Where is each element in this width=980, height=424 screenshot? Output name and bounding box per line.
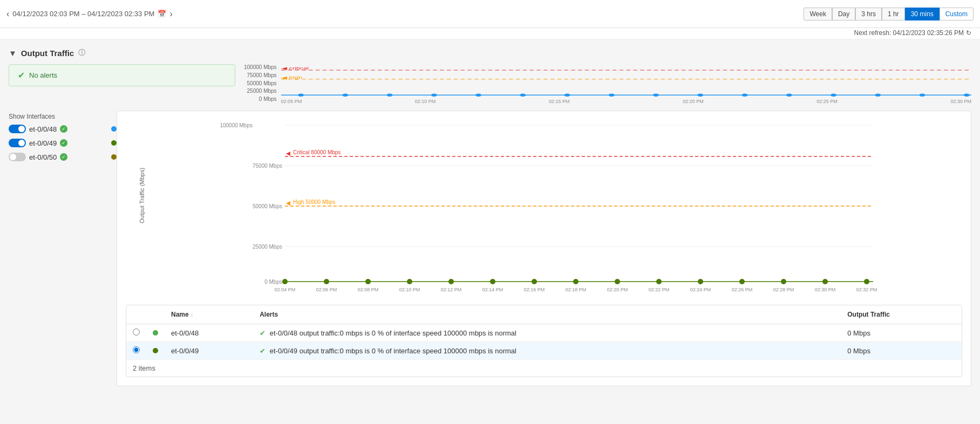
content-area: Show Interfaces et-0/0/48 ✓ et-0/0/49 ✓ … bbox=[9, 111, 971, 386]
alert-check-icon: ✔ bbox=[18, 70, 25, 80]
sort-icon[interactable]: ↕ bbox=[190, 312, 193, 318]
y-axis-label: Output Traffic (Mbps) bbox=[139, 191, 145, 223]
svg-point-7 bbox=[298, 93, 304, 97]
table-row: et-0/0/49 ✔ et-0/0/49 output traffic:0 m… bbox=[126, 342, 962, 360]
row1-traffic: 0 Mbps bbox=[841, 342, 962, 360]
svg-point-52 bbox=[781, 279, 786, 284]
mini-y2: 50000 Mbps bbox=[244, 80, 277, 86]
svg-point-12 bbox=[520, 93, 526, 97]
row1-radio[interactable] bbox=[133, 346, 140, 353]
left-panel: Show Interfaces et-0/0/48 ✓ et-0/0/49 ✓ … bbox=[9, 111, 117, 386]
svg-text:High 50000 Mbps: High 50000 Mbps bbox=[293, 199, 335, 205]
mini-y3: 25000 Mbps bbox=[244, 88, 277, 94]
mini-x4: 02:25 PM bbox=[816, 99, 838, 104]
help-icon[interactable]: ⓘ bbox=[78, 48, 85, 58]
3hr-button[interactable]: 3 hrs bbox=[855, 8, 882, 20]
svg-marker-34 bbox=[286, 152, 290, 156]
chart-panel: Output Traffic (Mbps) 100000 Mbps 75000 … bbox=[117, 111, 971, 386]
svg-text:02:12 PM: 02:12 PM bbox=[441, 287, 462, 292]
row0-alert-icon: ✔ bbox=[260, 329, 266, 337]
svg-text:02:16 PM: 02:16 PM bbox=[524, 287, 545, 292]
iface-name-1: et-0/0/49 bbox=[29, 139, 57, 147]
items-count: 2 items bbox=[126, 360, 962, 377]
svg-text:02:22 PM: 02:22 PM bbox=[649, 287, 670, 292]
mini-chart: 100000 Mbps 75000 Mbps 50000 Mbps 25000 … bbox=[244, 64, 971, 102]
table-row: et-0/0/48 ✔ et-0/0/48 output traffic:0 m… bbox=[126, 324, 962, 342]
svg-point-10 bbox=[431, 93, 437, 97]
iface-check-0: ✓ bbox=[60, 125, 67, 133]
svg-point-53 bbox=[822, 279, 828, 284]
svg-text:50000 Mbps: 50000 Mbps bbox=[253, 203, 282, 209]
week-button[interactable]: Week bbox=[804, 8, 832, 20]
iface-name-0: et-0/0/48 bbox=[29, 125, 57, 133]
svg-text:02:30 PM: 02:30 PM bbox=[815, 287, 836, 292]
row1-status-cell bbox=[146, 342, 165, 360]
section-title: Output Traffic bbox=[21, 49, 74, 58]
svg-point-47 bbox=[573, 279, 579, 284]
iface-name-2: et-0/0/50 bbox=[29, 153, 57, 161]
1hr-button[interactable]: 1 hr bbox=[882, 8, 905, 20]
row0-alert-text: et-0/0/48 output traffic:0 mbps is 0 % o… bbox=[270, 329, 516, 337]
svg-text:critical: critical bbox=[289, 66, 308, 70]
mini-x1: 02:10 PM bbox=[415, 99, 436, 104]
prev-date-button[interactable]: ‹ bbox=[6, 9, 9, 19]
mini-x5: 02:30 PM bbox=[950, 99, 971, 104]
refresh-label: Next refresh: 04/12/2023 02:35:26 PM bbox=[854, 29, 964, 37]
col-traffic: Output Traffic bbox=[841, 305, 962, 324]
toggle-et-0/0/50[interactable] bbox=[9, 153, 26, 161]
svg-text:02:08 PM: 02:08 PM bbox=[358, 287, 379, 292]
row0-traffic: 0 Mbps bbox=[841, 324, 962, 342]
svg-point-54 bbox=[864, 279, 869, 284]
col-alerts: Alerts bbox=[253, 305, 841, 324]
svg-point-43 bbox=[407, 279, 412, 284]
interface-item-2: et-0/0/50 ✓ bbox=[9, 153, 117, 161]
collapse-icon[interactable]: ▼ bbox=[9, 49, 17, 58]
mini-y0: 100000 Mbps bbox=[244, 64, 277, 70]
refresh-icon[interactable]: ↻ bbox=[966, 29, 971, 37]
col-name: Name ↕ bbox=[165, 305, 253, 324]
iface-dot-2 bbox=[111, 154, 117, 160]
svg-text:02:24 PM: 02:24 PM bbox=[690, 287, 711, 292]
calendar-icon[interactable]: 📅 bbox=[158, 10, 166, 18]
row1-radio-cell[interactable] bbox=[126, 342, 146, 360]
svg-point-21 bbox=[919, 93, 925, 97]
svg-text:02:20 PM: 02:20 PM bbox=[607, 287, 628, 292]
mini-x0: 02:05 PM bbox=[281, 99, 302, 104]
mini-chart-y-labels: 100000 Mbps 75000 Mbps 50000 Mbps 25000 … bbox=[244, 64, 279, 102]
svg-point-9 bbox=[386, 93, 392, 97]
svg-point-41 bbox=[324, 279, 329, 284]
traffic-table: Name ↕ Alerts Output Traffic bbox=[126, 305, 962, 360]
day-button[interactable]: Day bbox=[832, 8, 855, 20]
svg-point-48 bbox=[615, 279, 620, 284]
svg-text:02:32 PM: 02:32 PM bbox=[856, 287, 877, 292]
svg-marker-37 bbox=[286, 201, 290, 206]
svg-text:0 Mbps: 0 Mbps bbox=[264, 279, 282, 285]
col-name-label: Name bbox=[171, 311, 189, 318]
svg-point-13 bbox=[564, 93, 570, 97]
30min-button[interactable]: 30 mins bbox=[905, 8, 940, 20]
row0-radio-cell[interactable] bbox=[126, 324, 146, 342]
custom-button[interactable]: Custom bbox=[940, 8, 974, 20]
svg-point-20 bbox=[875, 93, 881, 97]
iface-check-1: ✓ bbox=[60, 139, 67, 147]
svg-point-19 bbox=[831, 93, 836, 97]
refresh-row: Next refresh: 04/12/2023 02:35:26 PM ↻ bbox=[0, 28, 980, 39]
toggle-et-0/0/49[interactable] bbox=[9, 139, 26, 147]
svg-point-17 bbox=[741, 93, 747, 97]
svg-point-42 bbox=[365, 279, 371, 284]
alert-text: No alerts bbox=[29, 71, 57, 79]
svg-text:02:04 PM: 02:04 PM bbox=[275, 287, 296, 292]
svg-point-44 bbox=[448, 279, 454, 284]
svg-point-40 bbox=[282, 279, 288, 284]
svg-point-50 bbox=[698, 279, 703, 284]
col-radio bbox=[126, 305, 146, 324]
interface-item-1: et-0/0/49 ✓ bbox=[9, 139, 117, 147]
svg-point-51 bbox=[739, 279, 745, 284]
svg-text:02:28 PM: 02:28 PM bbox=[773, 287, 794, 292]
row0-radio[interactable] bbox=[133, 329, 140, 336]
svg-point-14 bbox=[608, 93, 614, 97]
toggle-et-0/0/48[interactable] bbox=[9, 125, 26, 133]
next-date-button[interactable]: › bbox=[169, 9, 172, 19]
chart-wrapper: Output Traffic (Mbps) 100000 Mbps 75000 … bbox=[126, 120, 962, 294]
row0-status-cell bbox=[146, 324, 165, 342]
